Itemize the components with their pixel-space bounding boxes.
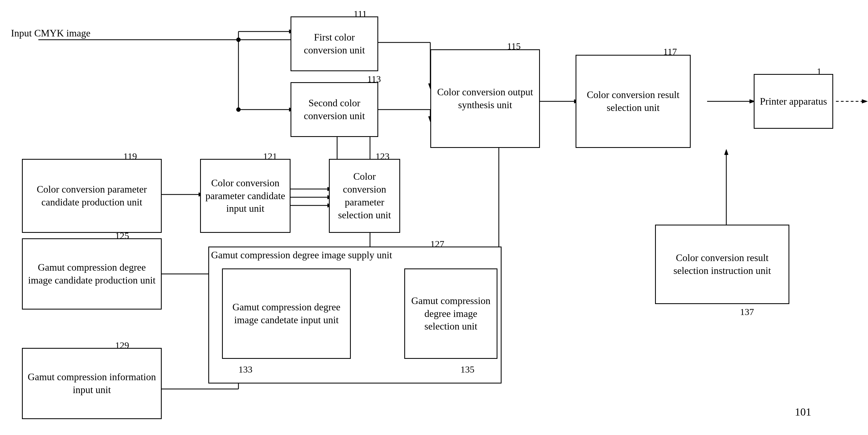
gamut-compression-degree-image-selection-number: 135 bbox=[460, 364, 474, 375]
gamut-compression-degree-image-candidate-production-box: Gamut compression degree image candidate… bbox=[22, 238, 162, 309]
color-conversion-result-selection-number: 117 bbox=[663, 46, 677, 57]
gamut-compression-degree-image-candidate-production-label: Gamut compression degree image candidate… bbox=[26, 261, 158, 287]
color-conversion-result-selection-box: Color conversion result selection unit bbox=[576, 55, 691, 148]
gamut-compression-information-input-label: Gamut compression information input unit bbox=[26, 371, 158, 396]
color-conversion-parameter-candidate-production-box: Color conversion parameter candidate pro… bbox=[22, 159, 162, 233]
second-color-conversion-label: Second color conversion unit bbox=[294, 97, 375, 123]
gamut-compression-degree-image-candidate-input-number: 133 bbox=[239, 364, 252, 375]
color-conversion-parameter-candidate-input-box: Color conversion parameter candidate inp… bbox=[200, 159, 290, 233]
svg-point-57 bbox=[236, 107, 241, 112]
gamut-compression-degree-image-candidate-input-label: Gamut compression degree image candetate… bbox=[225, 301, 347, 327]
color-conversion-parameter-candidate-production-label: Color conversion parameter candidate pro… bbox=[26, 183, 158, 209]
color-conversion-result-selection-instruction-box: Color conversion result selection instru… bbox=[655, 225, 789, 304]
second-color-conversion-box: Second color conversion unit bbox=[290, 82, 378, 137]
gamut-compression-degree-image-supply-number: 127 bbox=[430, 239, 444, 249]
gamut-compression-information-input-box: Gamut compression information input unit bbox=[22, 348, 162, 419]
gamut-compression-degree-image-selection-label: Gamut compression degree image selection… bbox=[408, 295, 494, 333]
printer-apparatus-box: Printer apparatus bbox=[754, 74, 833, 129]
first-color-conversion-label: First color conversion unit bbox=[294, 31, 375, 57]
gamut-compression-degree-image-candidate-production-number: 125 bbox=[115, 231, 129, 241]
color-conversion-parameter-candidate-input-label: Color conversion parameter candidate inp… bbox=[204, 177, 287, 215]
svg-point-56 bbox=[236, 37, 241, 42]
printer-apparatus-label: Printer apparatus bbox=[760, 95, 827, 108]
color-conversion-parameter-selection-label: Color conversion parameter selection uni… bbox=[333, 170, 397, 221]
system-number-label: 101 bbox=[795, 405, 811, 418]
second-color-conversion-number: 113 bbox=[367, 74, 381, 85]
svg-marker-52 bbox=[724, 149, 728, 155]
color-conversion-parameter-candidate-production-number: 119 bbox=[123, 151, 137, 162]
color-conversion-output-synthesis-box: Color conversion output synthesis unit bbox=[430, 49, 540, 148]
color-conversion-parameter-selection-box: Color conversion parameter selection uni… bbox=[329, 159, 400, 233]
gamut-compression-degree-image-selection-box: Gamut compression degree image selection… bbox=[404, 268, 497, 359]
color-conversion-output-synthesis-number: 115 bbox=[507, 41, 521, 52]
gamut-compression-information-input-number: 129 bbox=[115, 340, 129, 350]
first-color-conversion-number: 111 bbox=[353, 9, 367, 19]
color-conversion-result-selection-label: Color conversion result selection unit bbox=[579, 89, 687, 114]
color-conversion-parameter-candidate-input-number: 121 bbox=[263, 151, 277, 162]
color-conversion-result-selection-instruction-label: Color conversion result selection instru… bbox=[659, 252, 786, 277]
printer-apparatus-number: 1 bbox=[817, 66, 822, 77]
color-conversion-result-selection-instruction-number: 137 bbox=[740, 307, 754, 317]
input-cmyk-label: Input CMYK image bbox=[11, 27, 90, 39]
gamut-compression-degree-image-candidate-input-box: Gamut compression degree image candetate… bbox=[222, 268, 351, 359]
color-conversion-output-synthesis-label: Color conversion output synthesis unit bbox=[434, 86, 536, 111]
svg-marker-19 bbox=[862, 99, 867, 103]
color-conversion-parameter-selection-number: 123 bbox=[375, 151, 390, 162]
gamut-compression-degree-image-supply-label: Gamut compression degree image supply un… bbox=[211, 249, 392, 261]
first-color-conversion-box: First color conversion unit bbox=[290, 16, 378, 71]
